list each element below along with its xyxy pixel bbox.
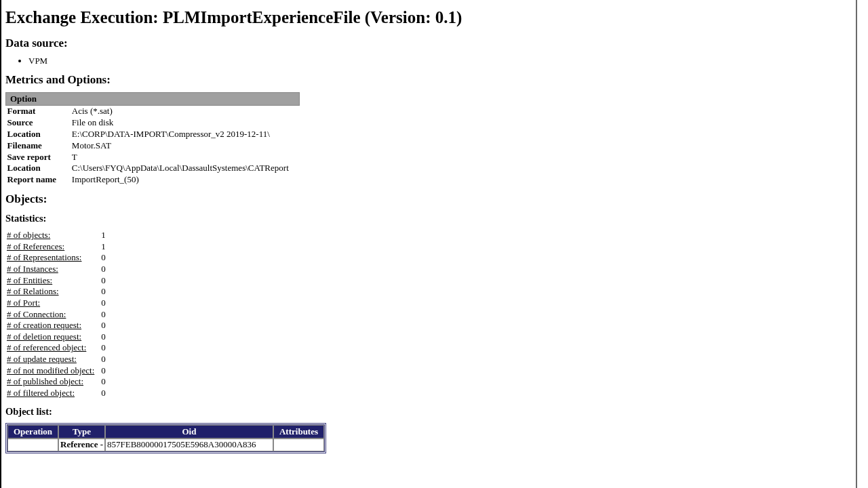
option-key: Save report [6, 152, 71, 163]
col-attributes: Attributes [273, 425, 324, 439]
statistics-row: # of not modified object:0 [5, 365, 108, 377]
data-source-list: VPM [5, 56, 852, 66]
stat-value: 1 [97, 230, 108, 241]
statistics-table: # of objects:1# of References:1# of Repr… [5, 230, 108, 399]
col-operation: Operation [7, 425, 58, 439]
option-value: File on disk [71, 117, 300, 129]
statistics-row: # of Port:0 [5, 298, 108, 309]
stat-key: # of Relations: [5, 286, 97, 298]
metrics-heading: Metrics and Options: [5, 73, 852, 87]
stat-key: # of objects: [5, 230, 97, 241]
stat-value: 1 [97, 241, 108, 253]
stat-value: 0 [97, 354, 108, 365]
option-value: E:\CORP\DATA-IMPORT\Compressor_v2 2019-1… [71, 129, 300, 140]
option-key: Source [6, 117, 71, 129]
options-row: FilenameMotor.SAT [6, 140, 300, 152]
statistics-heading: Statistics: [5, 213, 852, 224]
stat-value: 0 [97, 331, 108, 343]
cell-attributes [273, 439, 324, 451]
statistics-row: # of Connection:0 [5, 309, 108, 321]
stat-key: # of update request: [5, 354, 97, 365]
stat-key: # of filtered object: [5, 388, 97, 399]
report-document: Exchange Execution: PLMImportExperienceF… [0, 0, 857, 488]
stat-key: # of Representations: [5, 252, 97, 264]
options-row: Save reportT [6, 152, 300, 163]
statistics-row: # of Relations:0 [5, 286, 108, 298]
option-key: Format [6, 106, 71, 117]
options-header-cell: Option [6, 93, 300, 106]
options-header-row: Option [6, 93, 300, 106]
options-row: SourceFile on disk [6, 117, 300, 129]
stat-key: # of not modified object: [5, 365, 97, 377]
object-list-table: Operation Type Oid Attributes Reference … [5, 423, 326, 453]
options-row: LocationE:\CORP\DATA-IMPORT\Compressor_v… [6, 129, 300, 140]
option-value: Acis (*.sat) [71, 106, 300, 117]
stat-value: 0 [97, 342, 108, 354]
statistics-row: # of referenced object:0 [5, 342, 108, 354]
statistics-row: # of References:1 [5, 241, 108, 253]
statistics-row: # of creation request:0 [5, 320, 108, 331]
option-key: Location [6, 129, 71, 140]
stat-value: 0 [97, 298, 108, 309]
col-oid: Oid [105, 425, 273, 439]
cell-type: Reference - [58, 439, 105, 451]
stat-key: # of Entities: [5, 275, 97, 287]
stat-key: # of Instances: [5, 264, 97, 275]
statistics-row: # of published object:0 [5, 376, 108, 388]
stat-value: 0 [97, 320, 108, 331]
option-value: ImportReport_(50) [71, 174, 300, 186]
statistics-row: # of Instances:0 [5, 264, 108, 275]
object-list-header-row: Operation Type Oid Attributes [7, 425, 324, 439]
stat-value: 0 [97, 309, 108, 321]
col-type: Type [58, 425, 105, 439]
options-row: LocationC:\Users\FYQ\AppData\Local\Dassa… [6, 163, 300, 174]
statistics-row: # of update request:0 [5, 354, 108, 365]
stat-key: # of creation request: [5, 320, 97, 331]
options-row: Report nameImportReport_(50) [6, 174, 300, 186]
cell-operation [7, 439, 58, 451]
option-value: T [71, 152, 300, 163]
options-table: Option FormatAcis (*.sat)SourceFile on d… [5, 92, 300, 186]
statistics-row: # of Representations:0 [5, 252, 108, 264]
cell-oid: 857FEB80000017505E5968A30000A836 [105, 439, 273, 451]
object-list-heading: Object list: [5, 406, 852, 418]
option-key: Filename [6, 140, 71, 152]
stat-value: 0 [97, 275, 108, 287]
option-key: Report name [6, 174, 71, 186]
stat-value: 0 [97, 252, 108, 264]
option-key: Location [6, 163, 71, 174]
stat-value: 0 [97, 286, 108, 298]
stat-key: # of published object: [5, 376, 97, 388]
object-list-row: Reference -857FEB80000017505E5968A30000A… [7, 439, 324, 451]
stat-key: # of Connection: [5, 309, 97, 321]
options-row: FormatAcis (*.sat) [6, 106, 300, 117]
stat-key: # of References: [5, 241, 97, 253]
statistics-row: # of objects:1 [5, 230, 108, 241]
data-source-heading: Data source: [5, 37, 852, 50]
page-title: Exchange Execution: PLMImportExperienceF… [5, 8, 852, 27]
data-source-item: VPM [28, 56, 852, 66]
statistics-row: # of deletion request:0 [5, 331, 108, 343]
stat-key: # of referenced object: [5, 342, 97, 354]
option-value: Motor.SAT [71, 140, 300, 152]
stat-key: # of Port: [5, 298, 97, 309]
stat-value: 0 [97, 365, 108, 377]
stat-value: 0 [97, 388, 108, 399]
stat-value: 0 [97, 376, 108, 388]
statistics-row: # of filtered object:0 [5, 388, 108, 399]
stat-key: # of deletion request: [5, 331, 97, 343]
option-value: C:\Users\FYQ\AppData\Local\DassaultSyste… [71, 163, 300, 174]
objects-heading: Objects: [5, 192, 852, 206]
statistics-row: # of Entities:0 [5, 275, 108, 287]
stat-value: 0 [97, 264, 108, 275]
